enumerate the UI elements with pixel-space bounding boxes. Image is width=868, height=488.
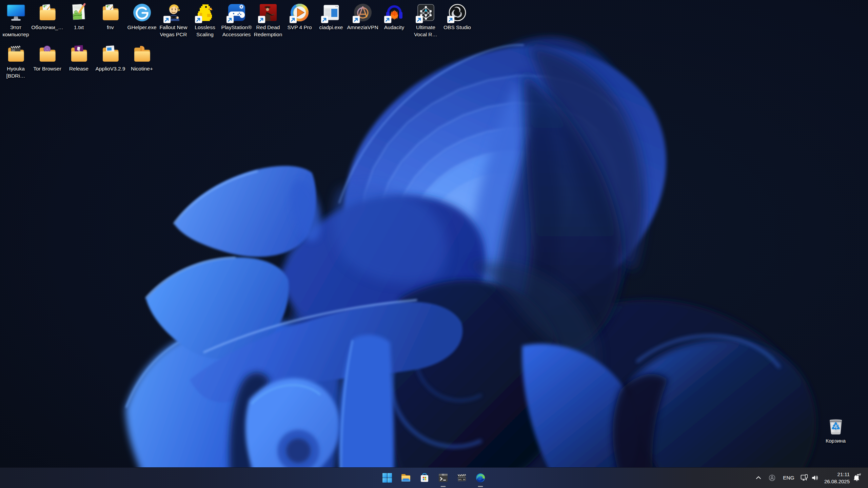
svg-text:MPC BE: MPC BE <box>458 478 466 481</box>
